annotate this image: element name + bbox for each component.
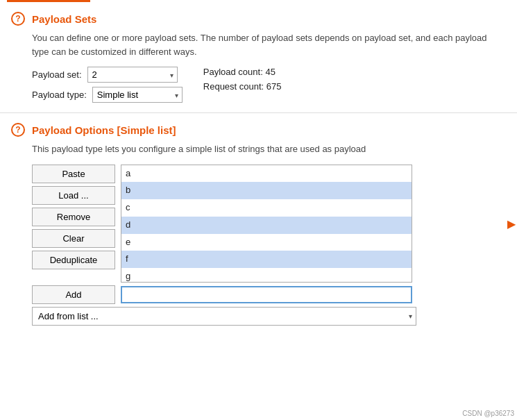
payload-count-row: Payload count: 45 [203, 67, 282, 77]
list-item[interactable]: a [121, 165, 412, 183]
page-container: ? Payload Sets You can define one or mor… [0, 0, 517, 335]
section2-desc: This payload type lets you configure a s… [32, 142, 506, 156]
paste-button[interactable]: Paste [32, 165, 115, 183]
deduplicate-button[interactable]: Deduplicate [32, 251, 115, 269]
help-icon-1[interactable]: ? [11, 12, 25, 26]
list-item[interactable]: c [121, 199, 412, 217]
add-row: Add [32, 285, 506, 304]
list-item[interactable]: g [121, 268, 412, 282]
payload-set-select[interactable]: 2 [87, 67, 178, 83]
payload-options-section: ? Payload Options [Simple list] This pay… [0, 113, 517, 335]
add-from-list-row: Add from list ... ▾ [32, 307, 506, 326]
payload-set-row: Payload set: 2 ▾ [32, 67, 183, 83]
add-input[interactable] [121, 286, 412, 303]
list-item[interactable]: b [121, 182, 412, 199]
payload-type-label: Payload type: [32, 90, 87, 100]
payload-list[interactable]: abcdefg [121, 165, 412, 283]
payload-set-select-wrapper: 2 ▾ [87, 67, 178, 83]
list-item[interactable]: e [121, 234, 412, 251]
watermark: CSDN @p36273 [462, 410, 514, 417]
request-count-row: Request count: 675 [203, 81, 282, 92]
payload-list-container: abcdefg ▶ [121, 165, 506, 283]
request-count-label: Request count: 675 [203, 81, 282, 92]
action-buttons-col: Paste Load ... Remove Clear Deduplicate [32, 165, 115, 283]
payload-type-row: Payload type: Simple list ▾ [32, 87, 183, 103]
payload-type-select[interactable]: Simple list [92, 87, 183, 103]
section2-title: Payload Options [Simple list] [32, 124, 176, 136]
section2-header: ? Payload Options [Simple list] [11, 123, 506, 137]
payload-type-select-wrapper: Simple list ▾ [92, 87, 183, 103]
form-rows: Payload set: 2 ▾ Payload type: Simple li… [32, 67, 506, 103]
load-button[interactable]: Load ... [32, 186, 115, 205]
payload-set-label: Payload set: [32, 69, 82, 80]
section1-title: Payload Sets [32, 13, 96, 25]
help-icon-2[interactable]: ? [11, 123, 25, 137]
list-arrow-icon: ▶ [507, 217, 516, 230]
list-area: Paste Load ... Remove Clear Deduplicate … [32, 165, 506, 283]
add-from-list-select[interactable]: Add from list ... [32, 307, 416, 326]
list-item[interactable]: d [121, 217, 412, 234]
payload-sets-section: ? Payload Sets You can define one or mor… [0, 2, 517, 113]
list-item[interactable]: f [121, 251, 412, 268]
section1-desc: You can define one or more payload sets.… [32, 31, 506, 58]
payload-count-label: Payload count: 45 [203, 67, 276, 77]
add-button[interactable]: Add [32, 285, 115, 304]
add-from-list-select-wrapper: Add from list ... ▾ [32, 307, 416, 326]
form-col-left: Payload set: 2 ▾ Payload type: Simple li… [32, 67, 183, 103]
form-col-right: Payload count: 45 Request count: 675 [203, 67, 282, 103]
remove-button[interactable]: Remove [32, 208, 115, 226]
section1-header: ? Payload Sets [11, 12, 506, 26]
clear-button[interactable]: Clear [32, 229, 115, 248]
